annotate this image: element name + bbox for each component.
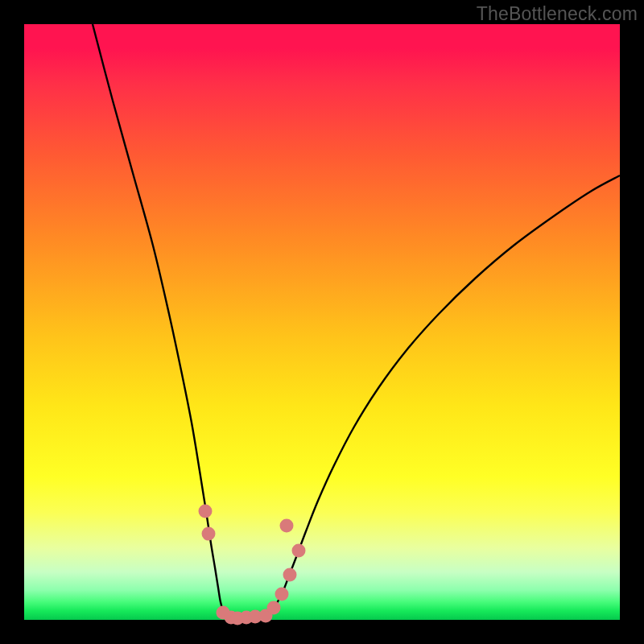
marker-dot	[283, 568, 297, 582]
marker-dot	[202, 527, 216, 541]
curve-right-branch	[258, 175, 620, 617]
chart-svg	[24, 24, 620, 620]
curve-left-branch	[93, 24, 258, 619]
marker-dot	[199, 505, 213, 518]
marker-dot	[292, 544, 306, 558]
outer-black-frame: TheBottleneck.com	[0, 0, 644, 644]
marker-dot	[267, 601, 281, 615]
marker-dot	[275, 588, 289, 601]
marker-dot	[280, 519, 294, 533]
plot-area	[24, 24, 620, 620]
watermark-text: TheBottleneck.com	[477, 3, 638, 25]
